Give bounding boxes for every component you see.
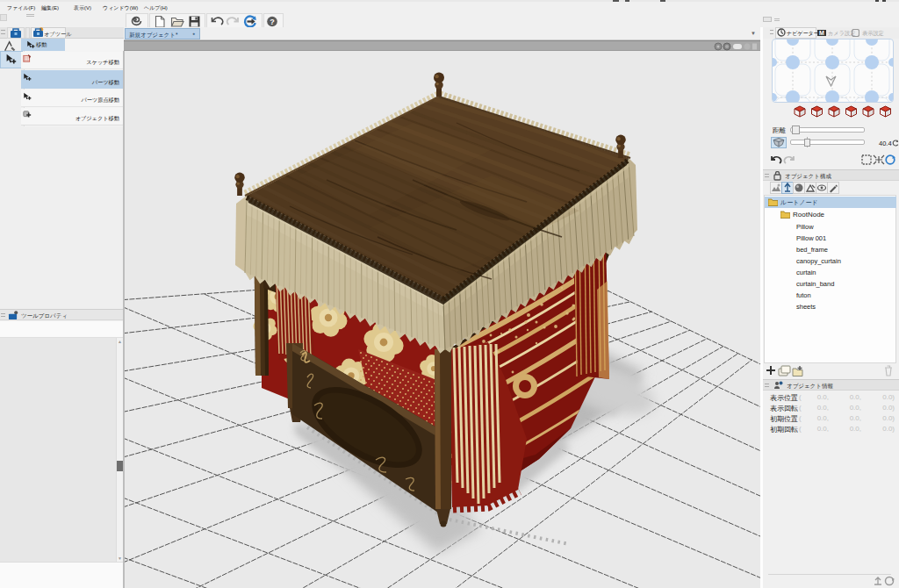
svg-text:M: M — [819, 30, 824, 36]
svg-text:?: ? — [270, 18, 275, 26]
